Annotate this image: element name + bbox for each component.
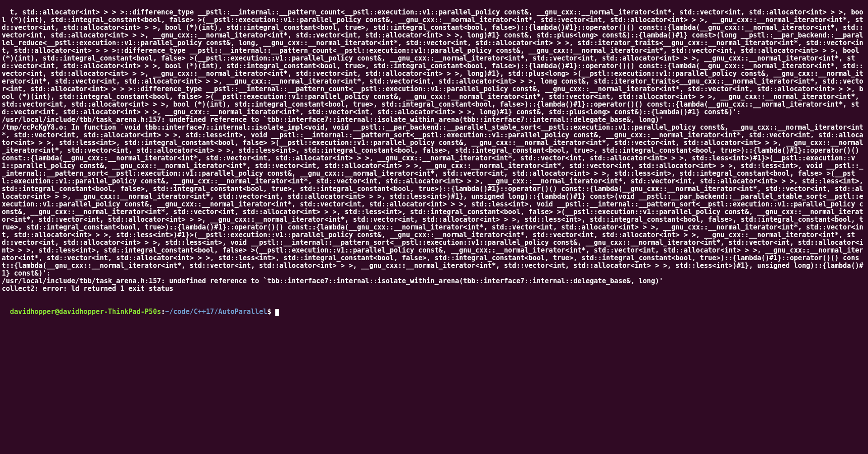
shell-prompt: davidhopper@davidhopper-ThinkPad-P50s:~/… bbox=[10, 308, 279, 316]
terminal-window[interactable]: t, std::allocator<int> > > >::difference… bbox=[0, 0, 868, 316]
cursor-icon bbox=[275, 309, 279, 316]
prompt-path: ~/code/C++17/AutoParallel bbox=[165, 308, 267, 316]
prompt-user-host: davidhopper@davidhopper-ThinkPad-P50s bbox=[10, 308, 161, 316]
prompt-end: $ bbox=[267, 308, 275, 316]
compiler-error-output: t, std::allocator<int> > > >::difference… bbox=[2, 8, 868, 293]
prompt-separator: : bbox=[161, 308, 165, 316]
